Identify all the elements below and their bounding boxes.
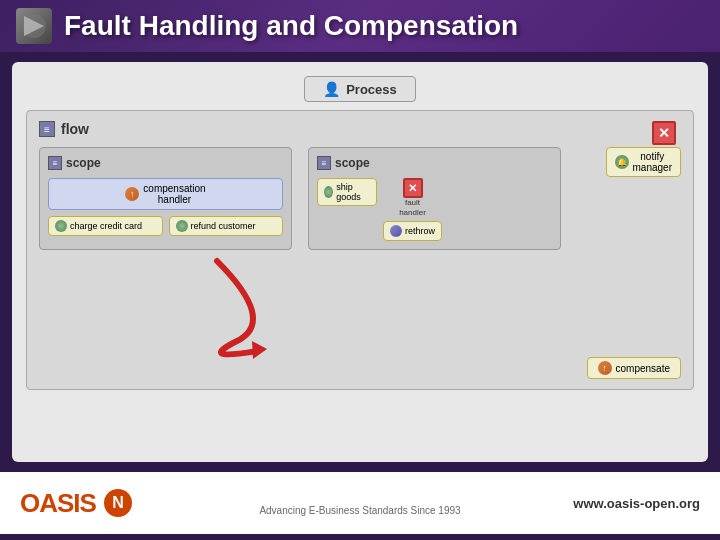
- oasis-brand: OASIS: [20, 488, 96, 519]
- oasis-logo: OASIS N: [20, 488, 132, 519]
- refund-box: refund customer: [169, 216, 284, 236]
- comp-handler-label: compensationhandler: [143, 183, 205, 205]
- compensate-box: ↑ compensate: [587, 357, 681, 379]
- comp-handler-icon: ↑: [125, 187, 139, 201]
- notify-icon: 🔔: [615, 155, 629, 169]
- charge-label: charge credit card: [70, 221, 142, 231]
- flow-icon: ≡: [39, 121, 55, 137]
- flow-container: ≡ flow ✕ faulthandler ≡ scope: [26, 110, 694, 390]
- oasis-symbol: N: [104, 489, 132, 517]
- notify-manager-label: notifymanager: [633, 151, 672, 173]
- inner-flow: ≡ scope ↑ compensationhandler charge cre…: [39, 147, 561, 250]
- app-container: Fault Handling and Compensation 👤 Proces…: [0, 0, 720, 534]
- refund-label: refund customer: [191, 221, 256, 231]
- footer-url: www.oasis-open.org: [573, 496, 700, 511]
- rethrow-label: rethrow: [405, 226, 435, 236]
- refund-icon: [176, 220, 188, 232]
- footer-tagline: Advancing E-Business Standards Since 199…: [259, 505, 460, 516]
- rethrow-icon: [390, 225, 402, 237]
- process-label: Process: [346, 82, 397, 97]
- fault-x-icon: ✕: [652, 121, 676, 145]
- flow-arrow: [157, 241, 357, 361]
- ship-label: ship goods: [336, 182, 370, 202]
- comp-handler-box: ↑ compensationhandler: [48, 178, 283, 210]
- scope2-fault-x: ✕: [403, 178, 423, 198]
- scope2-fault-label: faulthandler: [399, 198, 426, 217]
- charge-box: charge credit card: [48, 216, 163, 236]
- diagram-area: 👤 Process ≡ flow ✕ faulthandler ≡: [12, 62, 708, 462]
- header: Fault Handling and Compensation: [0, 0, 720, 52]
- notify-manager-box: 🔔 notifymanager: [606, 147, 681, 177]
- ship-box: ship goods: [317, 178, 377, 206]
- person-icon: 👤: [323, 81, 340, 97]
- footer: OASIS N Advancing E-Business Standards S…: [0, 472, 720, 534]
- compensate-container: ↑ compensate: [587, 357, 681, 379]
- process-container: 👤 Process: [26, 76, 694, 102]
- notify-manager-container: 🔔 notifymanager: [606, 147, 681, 177]
- flow-label: flow: [61, 121, 89, 137]
- compensate-label: compensate: [616, 363, 670, 374]
- scope2-box: ≡ scope ship goods ✕ faulthandler: [308, 147, 561, 250]
- scope1-header: ≡ scope: [48, 156, 283, 170]
- charge-icon: [55, 220, 67, 232]
- scope2-content: ship goods ✕ faulthandler rethrow: [317, 178, 552, 241]
- scope1-content: ↑ compensationhandler charge credit card…: [48, 178, 283, 236]
- page-title: Fault Handling and Compensation: [64, 10, 518, 42]
- scope2-label: scope: [335, 156, 370, 170]
- scope2-fault-container: ✕ faulthandler: [399, 178, 426, 217]
- scope1-icon: ≡: [48, 156, 62, 170]
- logo-icon: [16, 8, 52, 44]
- compensate-icon: ↑: [598, 361, 612, 375]
- flow-header: ≡ flow: [39, 121, 681, 137]
- scope1-label: scope: [66, 156, 101, 170]
- rethrow-box: rethrow: [383, 221, 442, 241]
- ship-icon: [324, 186, 333, 198]
- svg-marker-2: [252, 341, 267, 359]
- scope2-icon: ≡: [317, 156, 331, 170]
- scope2-header: ≡ scope: [317, 156, 552, 170]
- process-box: 👤 Process: [304, 76, 416, 102]
- scope1-box: ≡ scope ↑ compensationhandler charge cre…: [39, 147, 292, 250]
- scope1-bottom: charge credit card refund customer: [48, 216, 283, 236]
